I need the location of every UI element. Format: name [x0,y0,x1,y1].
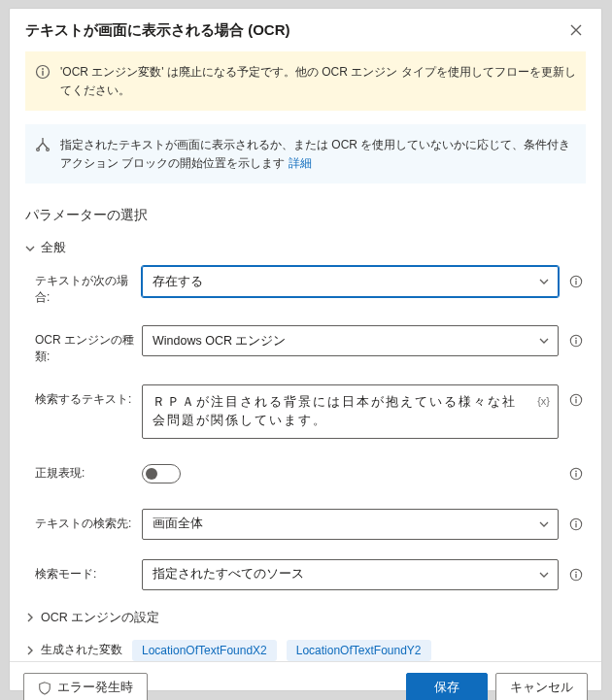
label-search-mode: 検索モード: [35,559,142,583]
svg-rect-13 [575,399,576,403]
textarea-search-text[interactable]: ＲＰＡが注目される背景には日本が抱えている様々な社会問題が関係しています。 {x… [142,384,559,439]
branch-icon [35,137,51,152]
on-error-label: エラー発生時 [57,680,133,696]
help-ocr-engine[interactable] [566,331,586,350]
svg-rect-19 [575,523,576,527]
chevron-down-icon [25,244,35,253]
chevron-down-icon [538,276,550,287]
info-text: 指定されたテキストが画面に表示されるか、または OCR を使用していないかに応じ… [60,138,570,170]
svg-point-9 [575,338,577,340]
titlebar: テキストが画面に表示される場合 (OCR) [10,9,601,51]
close-button[interactable] [566,20,586,40]
info-icon [569,393,583,407]
svg-point-18 [575,520,577,522]
svg-rect-10 [575,340,576,344]
section-generated-vars[interactable]: 生成された変数 [25,642,122,658]
dialog-title: テキストが画面に表示される場合 (OCR) [25,21,290,40]
select-if-text[interactable]: 存在する [142,266,559,297]
warning-banner: 'OCR エンジン変数' は廃止になる予定です。他の OCR エンジン タイプを… [25,51,586,111]
info-icon [569,568,583,582]
info-icon [569,334,583,348]
info-text-container: 指定されたテキストが画面に表示されるか、または OCR を使用していないかに応じ… [60,136,576,172]
info-icon [569,467,583,481]
row-ocr-engine: OCR エンジンの種類: Windows OCR エンジン [25,325,586,365]
row-search-target: テキストの検索先: 画面全体 [25,509,586,540]
var-chip[interactable]: LocationOfTextFoundY2 [287,640,431,661]
label-ocr-engine: OCR エンジンの種類: [35,325,142,365]
warning-text: 'OCR エンジン変数' は廃止になる予定です。他の OCR エンジン タイプを… [60,63,576,99]
label-regex: 正規表現: [35,458,142,482]
chevron-down-icon [538,335,550,347]
section-general-label: 全般 [41,240,66,256]
select-search-mode-value: 指定されたすべてのソース [153,566,304,583]
row-regex: 正規表現: [25,458,586,489]
label-if-text: テキストが次の場合: [35,266,142,306]
toggle-knob [146,468,157,480]
params-section: パラメーターの選択 全般 テキストが次の場合: 存在する OCR エンジンの種類… [10,197,601,661]
shield-icon [38,682,51,695]
select-search-mode[interactable]: 指定されたすべてのソース [142,559,559,590]
section-ocr-settings[interactable]: OCR エンジンの設定 [25,610,586,626]
svg-point-1 [42,68,44,70]
row-search-mode: 検索モード: 指定されたすべてのソース [25,559,586,590]
var-chip[interactable]: LocationOfTextFoundX2 [132,640,277,661]
svg-rect-7 [575,281,576,284]
section-general[interactable]: 全般 [25,240,586,256]
fx-icon[interactable]: {x} [537,393,550,410]
row-generated-vars: 生成された変数 LocationOfTextFoundX2 LocationOf… [25,640,586,661]
svg-rect-16 [575,473,576,477]
info-banner: 指定されたテキストが画面に表示されるか、または OCR を使用していないかに応じ… [25,124,586,183]
help-search-text[interactable] [566,390,586,410]
section-ocr-settings-label: OCR エンジンの設定 [41,610,159,626]
svg-point-6 [575,279,577,281]
dialog: テキストが画面に表示される場合 (OCR) 'OCR エンジン変数' は廃止にな… [9,8,602,691]
chevron-right-icon [25,613,35,622]
svg-point-15 [575,470,577,472]
svg-point-12 [575,397,577,399]
info-icon [35,64,51,80]
help-search-target[interactable] [566,515,586,534]
info-icon [569,275,583,288]
on-error-button[interactable]: エラー発生時 [23,673,148,700]
select-ocr-engine-value: Windows OCR エンジン [153,333,286,350]
toggle-regex[interactable] [142,464,181,483]
info-link[interactable]: 詳細 [289,156,312,170]
svg-point-21 [575,571,577,573]
svg-point-3 [37,149,40,151]
label-search-target: テキストの検索先: [35,509,142,532]
help-if-text[interactable] [566,272,586,291]
save-button[interactable]: 保存 [406,673,488,700]
row-if-text: テキストが次の場合: 存在する [25,266,586,306]
svg-rect-2 [42,71,43,76]
save-label: 保存 [434,680,459,696]
cancel-button[interactable]: キャンセル [495,673,588,700]
row-search-text: 検索するテキスト: ＲＰＡが注目される背景には日本が抱えている様々な社会問題が関… [25,384,586,439]
help-search-mode[interactable] [566,565,586,584]
generated-vars-label: 生成された変数 [41,642,122,658]
select-search-target[interactable]: 画面全体 [142,509,559,540]
chevron-down-icon [538,518,550,530]
cancel-label: キャンセル [510,680,573,696]
close-icon [570,24,582,36]
select-ocr-engine[interactable]: Windows OCR エンジン [142,325,559,356]
footer: エラー発生時 保存 キャンセル [10,661,601,700]
svg-point-4 [47,149,50,151]
params-title: パラメーターの選択 [25,207,586,224]
help-regex[interactable] [566,464,586,483]
label-search-text: 検索するテキスト: [35,384,142,408]
info-icon [569,517,583,531]
chevron-down-icon [538,569,550,581]
select-if-text-value: 存在する [153,274,203,290]
chevron-right-icon [25,646,35,655]
textarea-search-text-value: ＲＰＡが注目される背景には日本が抱えている様々な社会問題が関係しています。 [153,395,517,427]
select-search-target-value: 画面全体 [153,516,203,532]
svg-rect-22 [575,574,576,578]
